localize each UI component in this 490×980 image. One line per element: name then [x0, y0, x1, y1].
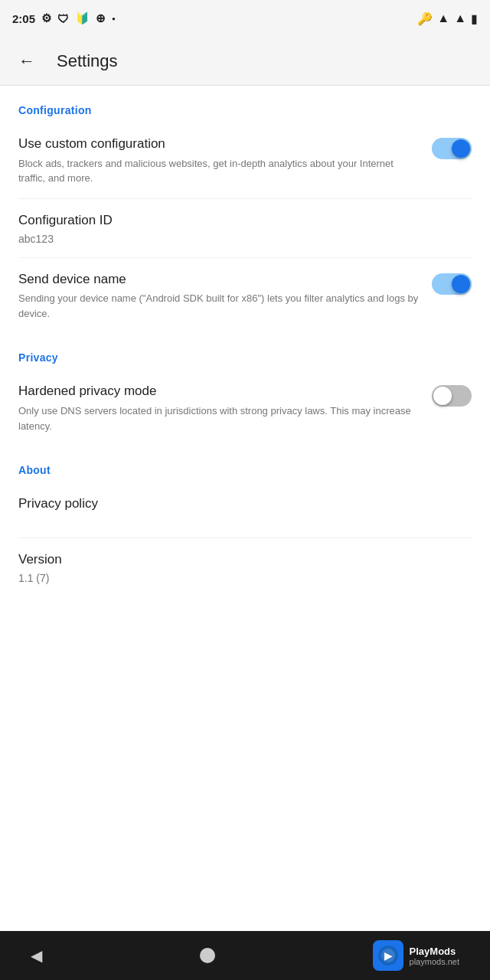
status-bar: 2:05 ⚙ 🛡 🔰 ⊕ ● 🔑 ▲ ▲ ▮	[0, 0, 490, 37]
toggle-thumb	[452, 139, 470, 158]
settings-item-text: Privacy policy	[18, 495, 472, 516]
settings-item-hardened-privacy[interactable]: Hardened privacy mode Only use DNS serve…	[0, 370, 490, 446]
section-header-configuration: Configuration	[0, 86, 490, 122]
settings-item-subtitle: Only use DNS servers located in jurisdic…	[18, 403, 420, 433]
settings-item-send-device-name[interactable]: Send device name Sending your device nam…	[0, 258, 490, 334]
svg-text:▶: ▶	[384, 949, 392, 962]
custom-config-toggle[interactable]	[432, 138, 472, 159]
playmods-badge[interactable]: ▶ PlayMods playmods.net	[373, 940, 459, 971]
settings-content: Configuration Use custom configuration B…	[0, 86, 490, 658]
settings-item-subtitle: Block ads, trackers and malicious websit…	[18, 156, 420, 186]
at-icon: ⊕	[96, 11, 106, 25]
playmods-text: PlayMods playmods.net	[410, 946, 459, 966]
gear-icon: ⚙	[41, 11, 51, 25]
settings-item-title: Configuration ID	[18, 211, 459, 230]
settings-item-text: Version 1.1 (7)	[18, 550, 472, 584]
settings-item-privacy-policy[interactable]: Privacy policy	[0, 482, 490, 537]
back-nav-button[interactable]: ◀	[31, 946, 42, 965]
bottom-spacer	[0, 596, 490, 658]
back-button[interactable]: ←	[12, 45, 41, 77]
section-header-about: About	[0, 446, 490, 482]
page-title: Settings	[57, 51, 118, 71]
toggle-thumb	[452, 275, 470, 293]
settings-item-title: Hardened privacy mode	[18, 382, 420, 400]
hardened-privacy-toggle[interactable]	[432, 385, 472, 407]
settings-item-version: Version 1.1 (7)	[0, 538, 490, 596]
playmods-logo-svg: ▶	[377, 945, 399, 966]
settings-item-title: Version	[18, 550, 459, 569]
settings-item-text: Send device name Sending your device nam…	[18, 270, 432, 322]
key-icon: 🔑	[417, 11, 433, 26]
settings-item-text: Configuration ID abc123	[18, 211, 472, 245]
playmods-name: PlayMods	[410, 946, 459, 957]
settings-item-text: Hardened privacy mode Only use DNS serve…	[18, 382, 432, 433]
settings-item-use-custom-config[interactable]: Use custom configuration Block ads, trac…	[0, 122, 490, 198]
battery-icon: ▮	[471, 11, 478, 26]
settings-item-title: Privacy policy	[18, 495, 459, 513]
shield-icon: 🛡	[57, 12, 69, 25]
send-device-name-toggle[interactable]	[432, 273, 472, 295]
shield-check-icon: 🔰	[75, 11, 90, 25]
bottom-nav: ◀ ▶ PlayMods playmods.net	[0, 931, 490, 980]
settings-item-title: Send device name	[18, 270, 420, 289]
settings-item-text: Use custom configuration Block ads, trac…	[18, 135, 432, 186]
status-right: 🔑 ▲ ▲ ▮	[417, 11, 478, 26]
wifi-icon: ▲	[437, 11, 449, 25]
settings-item-title: Use custom configuration	[18, 135, 420, 153]
home-nav-button[interactable]	[200, 948, 215, 963]
app-bar: ← Settings	[0, 37, 490, 86]
settings-item-value: 1.1 (7)	[18, 572, 459, 584]
playmods-icon: ▶	[373, 940, 403, 971]
settings-item-configuration-id[interactable]: Configuration ID abc123	[0, 199, 490, 257]
playmods-url: playmods.net	[410, 957, 459, 966]
signal-icon: ▲	[454, 11, 466, 25]
settings-item-subtitle: Sending your device name ("Android SDK b…	[18, 291, 420, 321]
dot-icon: ●	[112, 15, 116, 22]
settings-item-value: abc123	[18, 233, 459, 245]
section-header-privacy: Privacy	[0, 333, 490, 370]
status-left: 2:05 ⚙ 🛡 🔰 ⊕ ●	[12, 11, 116, 25]
status-time: 2:05	[12, 12, 35, 25]
